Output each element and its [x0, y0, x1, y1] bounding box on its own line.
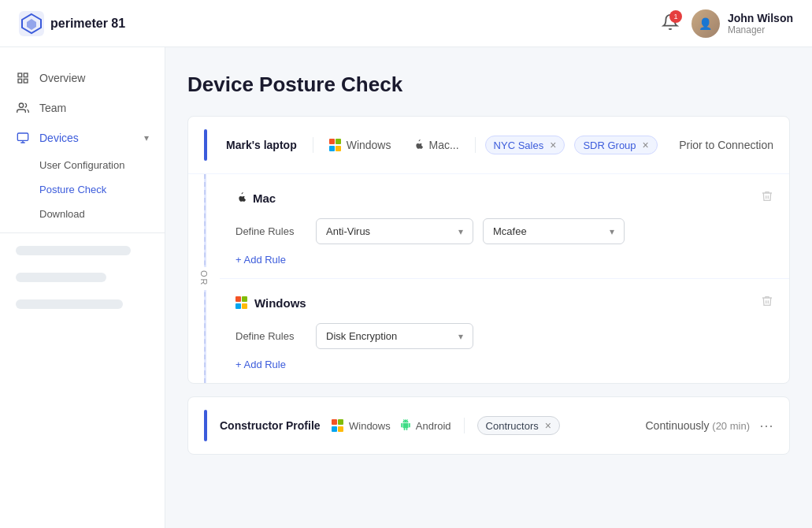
- chevron-down-icon: ▾: [458, 331, 463, 342]
- logo-text: perimeter 81: [50, 17, 125, 31]
- card1-os-windows[interactable]: Windows: [323, 136, 398, 154]
- card1-body: OR Mac: [188, 174, 789, 383]
- tag-contructors[interactable]: Contructors ×: [477, 416, 560, 435]
- mac-section-header: Mac: [235, 190, 773, 206]
- tag-sdr-group[interactable]: SDR Group ×: [574, 136, 657, 154]
- card2-os-windows[interactable]: Windows: [332, 419, 391, 432]
- chevron-down-icon: ▾: [144, 132, 149, 143]
- user-name: John Wilson: [728, 12, 793, 24]
- windows-rules-label: Define Rules: [235, 330, 306, 342]
- svg-rect-3: [18, 73, 22, 77]
- apple-icon: [413, 139, 424, 151]
- mac-os-title: Mac: [235, 191, 276, 205]
- windows-section: Windows Define Rules: [220, 278, 789, 383]
- sidebar-overview-label: Overview: [39, 72, 85, 84]
- team-icon: [16, 101, 30, 115]
- mac-rules-row: Define Rules Anti-Virus ▾ Mcafee ▾: [235, 218, 773, 244]
- sidebar-divider: [0, 232, 165, 233]
- user-info: 👤 John Wilson Manager: [691, 9, 793, 38]
- sidebar-placeholder-1: [16, 246, 131, 255]
- tag-contructors-close[interactable]: ×: [545, 419, 551, 432]
- windows-section-icon: [235, 296, 248, 309]
- avatar: 👤: [691, 9, 720, 38]
- card-marks-laptop: Mark's laptop Windows Mac...: [187, 116, 790, 384]
- windows-os-title: Windows: [235, 296, 306, 310]
- svg-rect-6: [24, 79, 28, 83]
- user-details: John Wilson Manager: [728, 12, 793, 35]
- svg-rect-8: [17, 133, 28, 140]
- top-nav-right: 1 👤 John Wilson Manager: [662, 9, 793, 38]
- card-constructor-profile: Constructor Profile Windows: [187, 396, 790, 455]
- windows-section-header: Windows: [235, 295, 773, 310]
- svg-point-7: [19, 103, 23, 107]
- windows-add-rule[interactable]: + Add Rule: [235, 359, 773, 370]
- svg-rect-5: [18, 79, 22, 83]
- card1-sections: Mac Define Rules: [220, 174, 789, 383]
- sidebar-item-download[interactable]: Download: [0, 202, 165, 226]
- header-divider2: [475, 137, 476, 153]
- notification-icon[interactable]: 1: [662, 13, 679, 34]
- mac-mcafee-dropdown[interactable]: Mcafee ▾: [483, 218, 625, 244]
- page-title: Device Posture Check: [187, 73, 790, 97]
- svg-rect-4: [24, 73, 28, 77]
- mac-delete-icon[interactable]: [761, 190, 773, 206]
- mac-add-rule[interactable]: + Add Rule: [235, 254, 773, 266]
- tag-nyc-sales[interactable]: NYC Sales ×: [485, 136, 565, 154]
- card1-tab-name[interactable]: Mark's laptop: [220, 136, 303, 154]
- sidebar-placeholder-3: [16, 299, 123, 309]
- main-content: Device Posture Check Mark's laptop Windo…: [165, 47, 812, 528]
- windows-delete-icon[interactable]: [761, 295, 773, 310]
- card2-header: Constructor Profile Windows: [188, 397, 789, 454]
- app-logo[interactable]: perimeter 81: [19, 11, 125, 36]
- sidebar-team-label: Team: [39, 102, 66, 114]
- card2-accent: [204, 410, 207, 441]
- header-divider: [313, 137, 313, 153]
- sidebar-item-posture-check[interactable]: Posture Check: [0, 177, 165, 202]
- windows-disk-encryption-dropdown[interactable]: Disk Encryption ▾: [316, 323, 473, 349]
- card2-windows-icon: [332, 419, 344, 432]
- tag-sdr-group-close[interactable]: ×: [643, 139, 649, 151]
- card2-os-android[interactable]: Android: [400, 418, 451, 433]
- sidebar-item-overview[interactable]: Overview: [0, 63, 165, 93]
- more-options-icon[interactable]: ⋯: [759, 417, 773, 434]
- card2-title: Constructor Profile: [220, 419, 322, 432]
- top-nav: perimeter 81 1 👤 John Wilson Manager: [0, 0, 812, 47]
- card1-header: Mark's laptop Windows Mac...: [188, 117, 789, 174]
- mac-apple-icon: [235, 191, 247, 204]
- sidebar: Overview Team Devices ▾: [0, 47, 165, 528]
- sidebar-item-devices[interactable]: Devices ▾: [0, 123, 165, 153]
- user-role: Manager: [728, 24, 793, 35]
- tag-nyc-sales-close[interactable]: ×: [550, 139, 556, 151]
- sidebar-submenu: User Configuration Posture Check Downloa…: [0, 153, 165, 226]
- devices-icon: [16, 131, 30, 145]
- overview-icon: [16, 71, 30, 85]
- chevron-down-icon: ▾: [458, 226, 463, 237]
- mac-antivirus-dropdown[interactable]: Anti-Virus ▾: [316, 218, 473, 244]
- android-icon: [400, 418, 411, 433]
- card1-os-mac[interactable]: Mac...: [406, 136, 465, 154]
- windows-rules-row: Define Rules Disk Encryption ▾: [235, 323, 773, 349]
- mac-section: Mac Define Rules: [220, 174, 789, 278]
- continuously-label: Continuously (20 min): [645, 419, 750, 432]
- or-divider: OR: [188, 174, 220, 383]
- mac-rules-label: Define Rules: [235, 225, 306, 237]
- chevron-down-icon: ▾: [610, 226, 614, 237]
- prior-label: Prior to Connection: [679, 139, 773, 151]
- sidebar-placeholder-2: [16, 273, 106, 282]
- notification-badge: 1: [669, 10, 682, 23]
- sidebar-item-user-configuration[interactable]: User Configuration: [0, 153, 165, 177]
- card-accent: [204, 129, 207, 161]
- card2-divider: [464, 418, 465, 433]
- sidebar-devices-label: Devices: [39, 132, 79, 144]
- or-label: OR: [198, 267, 210, 290]
- sidebar-item-team[interactable]: Team: [0, 93, 165, 123]
- logo-icon: [19, 11, 44, 36]
- windows-icon: [329, 139, 342, 151]
